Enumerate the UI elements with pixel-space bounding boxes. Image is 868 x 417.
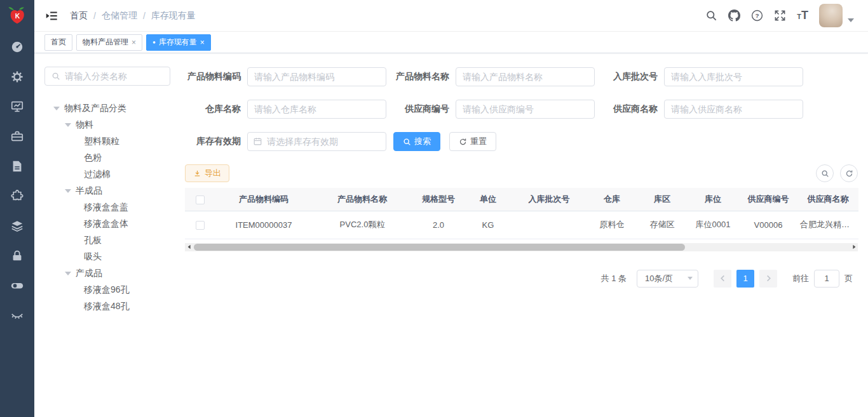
refresh-table-button[interactable] [840, 164, 858, 182]
settings-gear-icon[interactable] [10, 70, 24, 84]
cell-warehouse: 原料仓 [587, 211, 637, 239]
table-row[interactable]: ITEM00000037 PVC2.0颗粒 2.0 KG 原料仓 存储区 库位0… [185, 211, 858, 239]
user-avatar[interactable] [819, 4, 843, 27]
tab-label: 物料产品管理 [83, 37, 128, 48]
fullscreen-icon[interactable] [774, 10, 786, 22]
next-page-button[interactable] [759, 270, 777, 288]
select-all-checkbox[interactable] [196, 195, 205, 204]
search-button[interactable]: 搜索 [393, 132, 440, 151]
chevron-down-icon [688, 277, 693, 280]
cell-location: 库位0001 [687, 211, 739, 239]
cell-spec: 2.0 [412, 211, 465, 239]
layers-icon[interactable] [10, 219, 24, 233]
tab-material-product[interactable]: 物料产品管理 × [76, 34, 142, 51]
inbound-batch-input[interactable] [664, 67, 803, 86]
caret-expanded-icon[interactable] [65, 272, 71, 275]
app-logo[interactable]: K [0, 0, 34, 32]
toggle-search-button[interactable] [816, 164, 834, 182]
page-size-select[interactable]: 10条/页 [637, 270, 698, 288]
tab-label: 首页 [51, 37, 66, 48]
app-root: K [0, 0, 868, 417]
warehouse-name-input[interactable] [247, 100, 386, 119]
main-column: 首页 / 仓储管理 / 库存现有量 ? TT [34, 0, 868, 417]
svg-text:K: K [15, 13, 20, 20]
tree-node-box-96[interactable]: 移液盒96孔 [44, 282, 175, 298]
prev-page-button[interactable] [714, 270, 731, 288]
github-icon[interactable] [728, 10, 740, 22]
tab-home[interactable]: 首页 [44, 34, 72, 51]
document-icon[interactable] [10, 159, 24, 173]
caret-expanded-icon[interactable] [65, 123, 71, 127]
font-size-icon[interactable]: TT [797, 9, 808, 22]
header-actions: ? TT [705, 4, 854, 27]
caret-expanded-icon[interactable] [53, 107, 60, 110]
pager: 1 [714, 270, 777, 288]
product-name-input[interactable] [456, 67, 595, 86]
supplier-code-input[interactable] [456, 100, 595, 119]
tree-node-semi-finished[interactable]: 半成品 [44, 183, 175, 199]
refresh-icon [845, 169, 853, 178]
search-icon [821, 169, 829, 178]
breadcrumb-current: 库存现有量 [151, 10, 196, 22]
category-search-input[interactable] [65, 71, 163, 81]
supplier-name-input[interactable] [664, 100, 803, 119]
total-count: 共 1 条 [601, 273, 627, 284]
pagination: 共 1 条 10条/页 1 [185, 270, 858, 288]
product-code-input[interactable] [247, 67, 386, 86]
chevron-right-icon [765, 275, 772, 282]
expiry-date-input[interactable] [247, 132, 386, 151]
tree-node-pigment[interactable]: 色粉 [44, 150, 175, 166]
briefcase-icon[interactable] [10, 129, 24, 143]
tree-node-plastic-pellet[interactable]: 塑料颗粒 [44, 133, 175, 150]
tree-node-material[interactable]: 物料 [44, 117, 175, 133]
toggle-switch-icon[interactable] [10, 279, 24, 293]
user-menu[interactable] [819, 4, 854, 27]
component-puzzle-icon[interactable] [10, 189, 24, 203]
breadcrumb-warehouse[interactable]: 仓储管理 [102, 10, 137, 22]
tags-view-bar: 首页 物料产品管理 × ● 库存现有量 × [34, 32, 868, 53]
tree-node-box-body[interactable]: 移液盒盒体 [44, 216, 175, 232]
tree-node-root[interactable]: 物料及产品分类 [44, 100, 175, 117]
cell-product-code: ITEM00000037 [215, 211, 312, 239]
tree-node-finished[interactable]: 产成品 [44, 265, 175, 282]
collapse-menu-icon[interactable] [44, 9, 58, 23]
strawberry-logo-icon: K [6, 5, 28, 27]
cell-supplier-code: V00006 [739, 211, 797, 239]
scroll-left-arrow-icon[interactable] [185, 243, 193, 251]
tree-node-box-48[interactable]: 移液盒48孔 [44, 298, 175, 315]
field-label: 产品物料名称 [393, 71, 449, 83]
goto-page-input[interactable] [814, 270, 839, 288]
scrollbar-thumb[interactable] [194, 244, 685, 251]
category-tree-panel: 物料及产品分类 物料 塑料颗粒 色粉 过滤棉 半成品 移液盒盒盖 移液盒盒体 孔… [34, 53, 181, 417]
table-toolbar: 导出 [185, 164, 858, 182]
tree-node-well-plate[interactable]: 孔板 [44, 232, 175, 249]
reset-button[interactable]: 重置 [449, 132, 496, 151]
breadcrumb-home[interactable]: 首页 [70, 10, 88, 22]
dashboard-icon[interactable] [10, 40, 24, 54]
page-unit-label: 页 [844, 273, 853, 284]
tree-node-filter-cotton[interactable]: 过滤棉 [44, 166, 175, 183]
caret-expanded-icon[interactable] [65, 189, 71, 193]
row-checkbox[interactable] [196, 221, 205, 230]
close-icon[interactable]: × [200, 39, 205, 46]
search-icon [51, 72, 60, 81]
col-product-code: 产品物料编码 [215, 188, 312, 211]
tree-node-box-lid[interactable]: 移液盒盒盖 [44, 199, 175, 216]
col-warehouse: 仓库 [587, 188, 637, 211]
close-icon[interactable]: × [132, 39, 136, 46]
tree-search-box [44, 67, 170, 86]
header-search-icon[interactable] [705, 10, 717, 22]
help-icon[interactable]: ? [751, 10, 763, 22]
eye-closed-icon[interactable] [10, 308, 24, 322]
category-tree: 物料及产品分类 物料 塑料颗粒 色粉 过滤棉 半成品 移液盒盒盖 移液盒盒体 孔… [44, 100, 175, 315]
scroll-right-arrow-icon[interactable] [850, 243, 858, 251]
col-batch: 入库批次号 [512, 188, 587, 211]
horizontal-scrollbar[interactable] [185, 243, 858, 251]
cell-batch [512, 211, 587, 239]
page-number-1[interactable]: 1 [736, 270, 754, 288]
lock-icon[interactable] [10, 249, 24, 263]
tree-node-tip[interactable]: 吸头 [44, 249, 175, 265]
monitor-chart-icon[interactable] [10, 100, 24, 114]
export-button[interactable]: 导出 [185, 164, 229, 182]
tab-inventory-onhand[interactable]: ● 库存现有量 × [146, 34, 211, 51]
